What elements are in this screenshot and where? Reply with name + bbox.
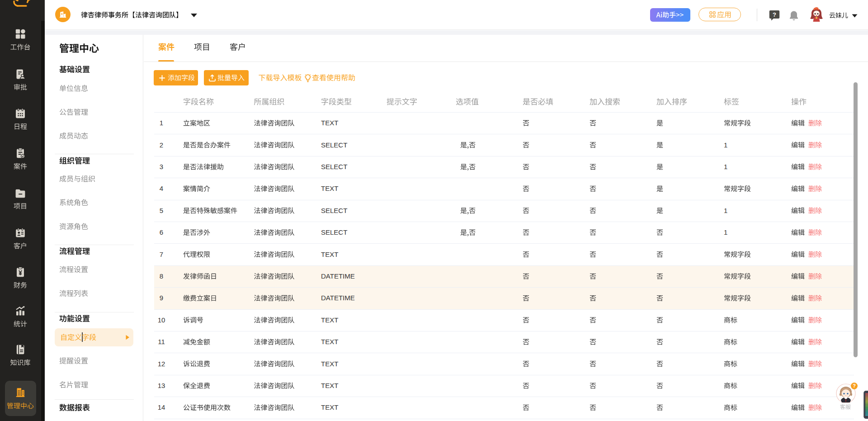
- svg-text:?: ?: [773, 11, 776, 18]
